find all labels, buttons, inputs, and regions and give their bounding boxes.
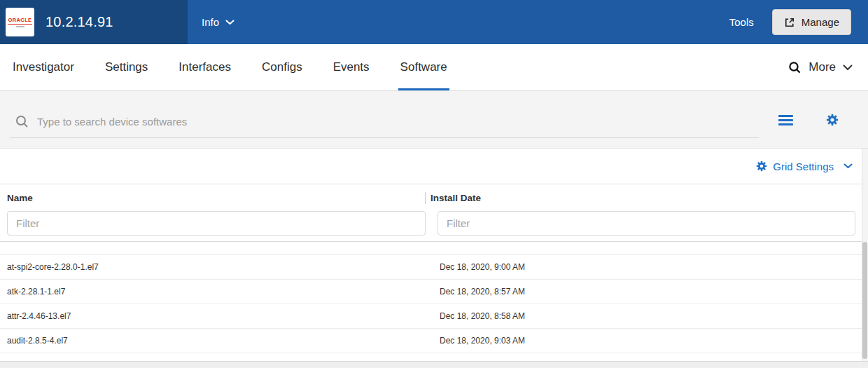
chevron-down-icon (844, 163, 853, 169)
oracle-logo-subtext (16, 26, 24, 27)
tabs: Investigator Settings Interfaces Configs… (13, 44, 478, 90)
gear-icon (756, 161, 767, 172)
software-name-cell: atk-2.28.1-1.el7 (0, 287, 432, 297)
name-filter-input[interactable] (7, 211, 426, 236)
chevron-down-icon (225, 20, 234, 25)
oracle-logo-text: ORACLE (8, 17, 31, 25)
grid-filter-row (0, 211, 868, 242)
tab-bar: Investigator Settings Interfaces Configs… (0, 44, 868, 91)
oracle-logo: ORACLE (6, 8, 34, 36)
manage-button[interactable]: Manage (772, 9, 851, 35)
install-date-filter-input[interactable] (438, 211, 855, 236)
software-search-bar[interactable] (10, 111, 759, 138)
chevron-down-icon (843, 64, 853, 71)
table-row[interactable]: atk-2.28.1-1.el7 Dec 18, 2020, 8:57 AM (0, 280, 868, 304)
table-row[interactable]: attr-2.4.46-13.el7 Dec 18, 2020, 8:58 AM (0, 304, 868, 329)
vertical-scrollbar-thumb[interactable] (862, 242, 867, 359)
tools-menu[interactable]: Tools (729, 16, 754, 28)
tab-events[interactable]: Events (333, 44, 370, 90)
device-ip-title: 10.2.14.91 (46, 14, 113, 30)
tab-software[interactable]: Software (400, 44, 447, 90)
search-icon[interactable] (788, 61, 802, 74)
grid-header-row: Name Install Date (0, 184, 868, 211)
tab-settings[interactable]: Settings (105, 44, 148, 90)
app-header: ORACLE 10.2.14.91 Info Tools Manage (0, 0, 868, 44)
header-device-block: ORACLE 10.2.14.91 (0, 0, 188, 44)
install-date-cell: Dec 18, 2020, 9:03 AM (432, 336, 868, 346)
tab-interfaces[interactable]: Interfaces (178, 44, 231, 90)
grid-settings-label: Grid Settings (773, 161, 834, 172)
column-header-name[interactable]: Name (0, 193, 425, 203)
software-name-cell: at-spi2-core-2.28.0-1.el7 (0, 262, 432, 272)
software-grid-panel: Grid Settings Name Install Date at-spi2-… (0, 149, 868, 368)
search-section (0, 91, 868, 149)
table-row[interactable]: at-spi2-core-2.28.0-1.el7 Dec 18, 2020, … (0, 255, 868, 280)
grid-settings-button[interactable]: Grid Settings (756, 161, 853, 172)
external-link-icon (784, 17, 795, 28)
install-date-cell: Dec 18, 2020, 9:00 AM (432, 262, 868, 272)
search-icon (15, 115, 29, 128)
install-date-cell: Dec 18, 2020, 8:58 AM (432, 311, 868, 321)
info-dropdown-label: Info (202, 16, 219, 28)
software-name-cell: attr-2.4.46-13.el7 (0, 311, 432, 321)
more-menu[interactable]: More (808, 60, 836, 74)
software-name-cell: audit-2.8.5-4.el7 (0, 336, 432, 346)
horizontal-scroll-strip[interactable] (0, 361, 868, 368)
software-table-body: at-spi2-core-2.28.0-1.el7 Dec 18, 2020, … (0, 254, 868, 353)
column-header-install-date[interactable]: Install Date (426, 193, 868, 203)
tab-configs[interactable]: Configs (262, 44, 302, 90)
search-input[interactable] (37, 116, 757, 128)
install-date-cell: Dec 18, 2020, 8:57 AM (432, 287, 868, 297)
info-dropdown[interactable]: Info (202, 16, 234, 28)
hamburger-icon[interactable] (778, 114, 793, 125)
manage-button-label: Manage (802, 16, 839, 28)
table-row[interactable]: audit-2.8.5-4.el7 Dec 18, 2020, 9:03 AM (0, 329, 868, 353)
tab-investigator[interactable]: Investigator (13, 44, 74, 90)
vertical-scrollbar-track[interactable] (862, 149, 868, 368)
gear-icon[interactable] (826, 114, 839, 126)
